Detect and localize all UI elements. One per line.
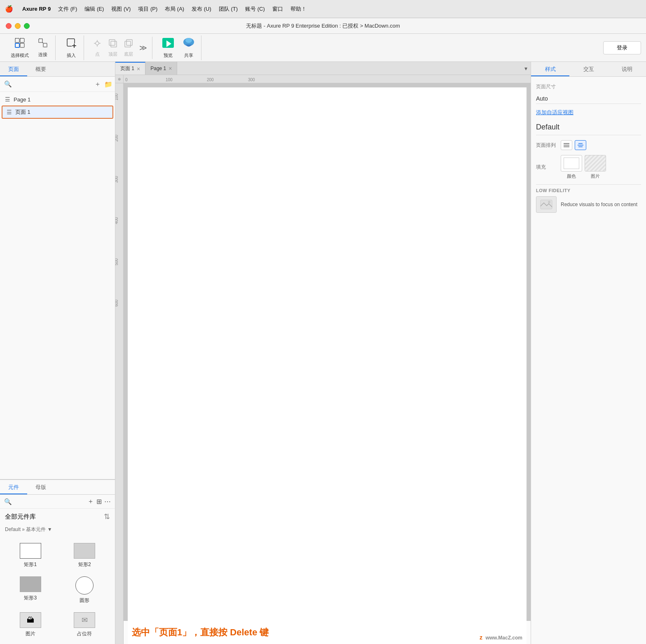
fullscreen-button[interactable] [24, 23, 30, 29]
top-layer-button[interactable]: 顶层 [105, 37, 120, 59]
menu-view[interactable]: 视图 (V) [111, 5, 131, 13]
svg-point-11 [96, 42, 99, 45]
share-button[interactable]: 共享 [179, 35, 199, 60]
canvas-area: 页面 1 × Page 1 × ▾ ⊕ 0 100 200 300 [115, 62, 531, 644]
canvas-tab-close-page1[interactable]: × [169, 66, 172, 71]
fill-color-box [561, 155, 582, 172]
connect-icon [38, 38, 48, 50]
comp-item-image[interactable]: 图片 [3, 607, 58, 641]
window-title: 无标题 - Axure RP 9 Enterprise Edition : 已授… [246, 22, 400, 30]
canvas-page[interactable] [128, 87, 527, 644]
lf-icon [536, 196, 557, 213]
fill-image-option[interactable]: 图片 [585, 155, 606, 179]
minimize-button[interactable] [15, 23, 21, 29]
tab-notes[interactable]: 说明 [608, 62, 646, 76]
tab-interaction[interactable]: 交互 [569, 62, 608, 76]
app-name: Axure RP 9 [22, 6, 51, 12]
ruler-mark-200: 200 [207, 78, 214, 82]
fill-color-option[interactable]: 颜色 [561, 155, 582, 179]
apple-logo-icon[interactable]: 🍎 [5, 5, 13, 13]
point-icon [92, 38, 102, 50]
svg-rect-2 [15, 43, 19, 47]
menu-project[interactable]: 项目 (P) [138, 5, 157, 13]
tab-masters[interactable]: 母版 [27, 480, 54, 494]
add-page-button[interactable]: ＋ [94, 79, 101, 89]
canvas-tab-page2[interactable]: 页面 1 × [115, 62, 145, 75]
menu-account[interactable]: 账号 (C) [245, 5, 265, 13]
tab-style[interactable]: 样式 [531, 62, 569, 76]
canvas-tab-dropdown[interactable]: ▾ [521, 65, 531, 72]
more-icon: ≫ [139, 43, 147, 52]
comp-item-rect2[interactable]: 矩形2 [58, 538, 112, 571]
svg-rect-16 [109, 40, 115, 45]
page-item-label: Page 1 [14, 96, 30, 103]
canvas-tab-page1[interactable]: Page 1 × [145, 62, 177, 75]
menu-file[interactable]: 文件 (F) [58, 5, 77, 13]
comp-item-placeholder[interactable]: 占位符 [58, 607, 112, 641]
svg-rect-17 [111, 41, 117, 47]
menu-help[interactable]: 帮助！ [290, 5, 307, 13]
bottom-layer-button[interactable]: 底层 [121, 37, 136, 59]
canvas-background[interactable]: 选中「页面1」，直接按 Delete 键 z www.MacZ.com [124, 83, 531, 644]
point-button[interactable]: 点 [90, 37, 105, 59]
fill-controls: 颜色 图片 [561, 155, 606, 179]
comp-item-circle[interactable]: 圆形 [58, 571, 112, 607]
comp-add-icon[interactable]: ＋ [87, 497, 94, 506]
annotation-text: 选中「页面1」，直接按 Delete 键 [132, 626, 269, 639]
svg-rect-0 [15, 38, 19, 42]
watermark-z: z [480, 634, 482, 641]
login-button[interactable]: 登录 [603, 41, 641, 54]
canvas-tab-close-page2[interactable]: × [137, 66, 140, 72]
toolbar-group-select: 选择模式 连接 [5, 35, 56, 60]
tab-pages[interactable]: 页面 [0, 62, 27, 76]
add-folder-button[interactable]: 📁 [104, 79, 112, 89]
align-center-button[interactable] [575, 140, 586, 150]
comp-item-rect3[interactable]: 矩形3 [3, 571, 58, 607]
fill-color-label: 颜色 [567, 173, 576, 179]
ruler-mark-0: 0 [125, 78, 128, 82]
page-icon-2: ☰ [7, 109, 12, 115]
comp-more-icon[interactable]: ⋯ [104, 498, 111, 505]
more-button[interactable]: ≫ [137, 42, 150, 54]
pages-search-input[interactable] [15, 80, 91, 89]
menu-edit[interactable]: 编辑 (E) [84, 5, 104, 13]
alignment-label: 页面排列 [536, 142, 561, 149]
menu-window[interactable]: 窗口 [272, 5, 283, 13]
page-size-value[interactable]: Auto [536, 94, 641, 104]
comp-shape-rect2 [74, 543, 95, 559]
lf-row: Reduce visuals to focus on content [536, 196, 641, 213]
menu-layout[interactable]: 布局 (A) [165, 5, 184, 13]
comp-grid: 矩形1 矩形2 矩形3 [0, 535, 115, 644]
menu-team[interactable]: 团队 (T) [219, 5, 238, 13]
comp-copy-icon[interactable]: ⊞ [96, 498, 102, 505]
tab-components[interactable]: 元件 [0, 480, 27, 494]
canvas-tab-label-page2: 页面 1 [120, 65, 134, 72]
mac-menubar: 🍎 Axure RP 9 文件 (F) 编辑 (E) 视图 (V) 项目 (P)… [0, 0, 646, 18]
comp-shape-image [20, 612, 41, 628]
preview-button[interactable]: 预览 [158, 35, 178, 60]
comp-library-arrows-icon[interactable]: ⇅ [104, 512, 110, 521]
comp-search-icon: 🔍 [4, 498, 12, 505]
close-button[interactable] [6, 23, 12, 29]
page-item-page1[interactable]: ☰ Page 1 [0, 94, 115, 105]
fill-label: 填充 [536, 164, 561, 171]
image-shape [20, 612, 41, 628]
connect-button[interactable]: 连接 [33, 36, 53, 59]
page-item-page2[interactable]: ☰ 页面 1 [2, 106, 113, 119]
select-mode-button[interactable]: 选择模式 [7, 35, 32, 60]
tab-outline[interactable]: 概要 [27, 62, 54, 76]
comp-shape-circle [75, 576, 94, 595]
main-layout: 页面 概要 🔍 ＋ 📁 ☰ Page 1 ☰ 页面 1 元件 母 [0, 62, 646, 644]
bottom-layer-icon [124, 38, 133, 50]
comp-path[interactable]: Default » 基本元件 ▼ [0, 524, 115, 535]
insert-button[interactable]: 插入 [61, 35, 81, 60]
align-left-button[interactable] [561, 140, 572, 150]
comp-item-label-rect2: 矩形2 [78, 561, 91, 568]
comp-item-label-image: 图片 [26, 630, 35, 637]
adaptive-view-link[interactable]: 添加自适应视图 [536, 109, 641, 116]
toolbar-right: 登录 [603, 41, 641, 54]
preview-icon [162, 37, 175, 51]
comp-item-rect1[interactable]: 矩形1 [3, 538, 58, 571]
svg-rect-18 [126, 40, 132, 45]
menu-publish[interactable]: 发布 (U) [192, 5, 211, 13]
